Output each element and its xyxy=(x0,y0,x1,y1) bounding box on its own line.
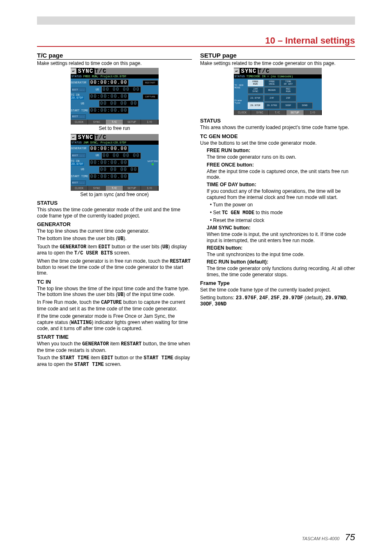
generator-lcd[interactable]: 00:00:00.00 xyxy=(89,79,129,86)
generator-lcd[interactable]: 00:00:00.00 xyxy=(89,146,129,152)
content-columns: T/C page Make settings related to time c… xyxy=(37,52,355,530)
heading-tcgenmode: TC GEN MODE xyxy=(200,133,355,139)
tab-io[interactable]: I/O xyxy=(304,110,322,115)
bullet-2: • Set TC GEN MODE to this mode xyxy=(210,210,355,216)
setup-intro: Make settings related to the time code g… xyxy=(200,60,355,66)
starttime-desc-2: Touch the START TIME item EDIT button or… xyxy=(37,355,192,368)
tcin-desc-3: If the time code generator mode is Free … xyxy=(37,313,192,331)
ft-2997nd[interactable]: 29.97ND xyxy=(264,102,280,109)
footer-page-number: 75 xyxy=(345,532,355,542)
heading-setup-page: SETUP page xyxy=(200,52,355,60)
tcin-label: TC IN29.97DF xyxy=(71,94,89,99)
heading-freeonce: FREE ONCE button: xyxy=(207,162,355,168)
tcgenmode-label: TC GEN MODE xyxy=(234,84,247,89)
caption-jamsync: Set to jam sync (and free once) xyxy=(37,192,192,197)
heading-regen: REGEN button: xyxy=(207,245,355,251)
tab-setup[interactable]: SETUP xyxy=(123,120,141,125)
regen-desc: The unit synchronizes to the input time … xyxy=(207,252,355,257)
restart-button[interactable]: RESTART xyxy=(143,80,158,86)
status-desc: This shows the time code generator mode … xyxy=(37,207,192,219)
chapter-title: 10 – Internal settings xyxy=(265,35,355,46)
heading-starttime: START TIME xyxy=(37,334,192,340)
ft-30df[interactable]: 30DF xyxy=(281,102,296,109)
tcgenmode-desc: Use the buttons to set the time code gen… xyxy=(200,140,355,146)
screen-title: SYNCT/C xyxy=(76,134,159,141)
heading-status: STATUS xyxy=(37,200,192,206)
freerun-desc: The time code generator runs on its own. xyxy=(207,154,355,160)
heading-jamsync: JAM SYNC button: xyxy=(207,225,355,231)
tab-io[interactable]: I/O xyxy=(141,186,159,191)
tab-setup[interactable]: SETUP xyxy=(286,110,304,115)
status-text: JAM SYNC, Project=29.97DF xyxy=(83,141,127,144)
heading-timeofday: TIME OF DAY button: xyxy=(207,182,355,187)
starttime-lcd[interactable]: 00:00:00.00 xyxy=(89,107,129,114)
heading-tc-page: T/C page xyxy=(37,52,192,60)
waiting-indicator: WAITING xyxy=(148,160,158,166)
tc-intro: Make settings related to time code on th… xyxy=(37,60,192,66)
ft-25[interactable]: 25F xyxy=(281,95,296,102)
generator-desc-1: The top line shows the current time code… xyxy=(37,228,192,234)
generator-desc-3: Touch the GENERATOR item EDIT button or … xyxy=(37,244,192,257)
jam-sync-button[interactable]: JAM SYNC xyxy=(248,87,263,94)
tab-sync[interactable]: SYNC xyxy=(88,186,106,191)
header-bar xyxy=(37,16,355,25)
tab-sync[interactable]: SYNC xyxy=(88,120,106,125)
screen-title: SYNCT/C xyxy=(76,68,159,74)
left-column: T/C page Make settings related to time c… xyxy=(37,52,192,530)
recrun-desc: The time code generator only functions d… xyxy=(207,266,355,278)
back-icon[interactable]: ↩ xyxy=(234,68,240,74)
tab-setup[interactable]: SETUP xyxy=(123,186,141,191)
back-icon[interactable]: ↩ xyxy=(71,68,76,74)
tab-clock[interactable]: CLOCK xyxy=(71,120,88,125)
screenshot-setup: ↩ SYNCT/C STATUSTIMECODE IN = (no timeco… xyxy=(234,68,322,115)
screenshot-tc-jamsync: ↩ SYNCT/C STATUSJAM SYNC, Project=29.97D… xyxy=(71,134,159,191)
tab-clock[interactable]: CLOCK xyxy=(71,186,88,191)
tab-tc[interactable]: T/C xyxy=(106,186,123,191)
footer-model: TASCAM HS-4000 xyxy=(302,536,340,541)
tcin-lcd: 00:00:00.00 xyxy=(89,93,129,100)
status-desc-r: This area shows the currently loaded pro… xyxy=(200,125,355,130)
generator-ub-lcd[interactable]: 00 00 00 00 xyxy=(101,86,141,93)
tab-tc[interactable]: T/C xyxy=(106,120,123,125)
heading-status-r: STATUS xyxy=(200,118,355,124)
tab-bar: CLOCK SYNC T/C SETUP I/O xyxy=(71,120,159,125)
generator-edit-button[interactable]: EDIT ... xyxy=(71,88,86,92)
ft-24[interactable]: 24F xyxy=(264,95,280,102)
tab-clock[interactable]: CLOCK xyxy=(234,110,251,115)
heading-frametype: Frame Type xyxy=(200,280,355,286)
tab-tc[interactable]: T/C xyxy=(269,110,286,115)
free-run-button[interactable]: FREE RUN xyxy=(248,80,263,86)
ft-23976[interactable]: 23.976F xyxy=(248,95,263,102)
screenshot-tc-freerun: ↩ SYNCT/C STATUSFREE RUN, Project=29.97D… xyxy=(71,68,159,125)
starttime-desc-1: When you touch the GENERATOR item RESTAR… xyxy=(37,341,192,353)
generator-desc-4: When the time code generator is in free … xyxy=(37,258,192,276)
capture-button[interactable]: CAPTURE xyxy=(143,94,158,99)
status-text: TIMECODE IN = (no timecode) xyxy=(247,75,293,78)
tab-sync[interactable]: SYNC xyxy=(251,110,269,115)
freeonce-desc: After the input time code is captured on… xyxy=(207,169,355,180)
timeofday-desc: If you conduct any of the following oper… xyxy=(207,188,355,200)
regen-button[interactable]: REGEN xyxy=(264,87,280,94)
starttime-edit-button[interactable]: EDIT ... xyxy=(71,114,86,119)
bullet-3: • Reset the internal clock xyxy=(210,217,355,223)
generator-edit-button[interactable]: EDIT ... xyxy=(71,153,86,158)
right-column: SETUP page Make settings related to the … xyxy=(200,52,355,530)
heading-recrun: REC RUN button (default): xyxy=(207,259,355,265)
status-text: FREE RUN, Project=29.97DF xyxy=(83,75,127,78)
chapter-rule xyxy=(37,46,355,47)
generator-desc-2: The bottom line shows the user bits (UB)… xyxy=(37,236,192,242)
back-icon[interactable]: ↩ xyxy=(71,134,76,140)
time-of-day-button[interactable]: TIME OF DAY xyxy=(281,80,296,86)
tab-io[interactable]: I/O xyxy=(141,120,159,125)
heading-generator: GENERATOR xyxy=(37,221,192,227)
starttime-edit-button[interactable]: EDIT ... xyxy=(71,180,86,185)
rec-run-button[interactable]: REC RUN xyxy=(281,87,296,94)
frametype-label: Frame Type xyxy=(234,99,247,104)
jamsync-desc: When time code is input, the unit synchr… xyxy=(207,231,355,243)
ft-2997df[interactable]: 29.97DF xyxy=(248,102,263,109)
starttime-label: START TIME xyxy=(71,109,89,112)
ft-30nd[interactable]: 30ND xyxy=(297,102,313,109)
free-once-button[interactable]: FREE ONCE xyxy=(264,80,280,86)
generator-label: GENERATOR xyxy=(71,81,89,84)
tcin-desc-1: The top line shows the time of the input… xyxy=(37,286,192,298)
